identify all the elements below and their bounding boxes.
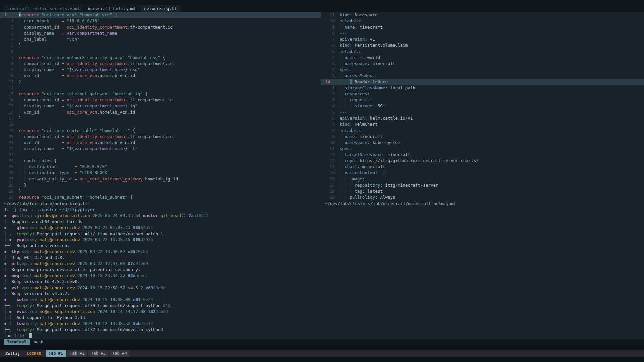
zellij-tab[interactable]: Tab #3 [88,350,108,357]
buffer-tab[interactable]: minecraft-helm.yaml [85,5,139,12]
code-line: 15│ valuesContent: |- [321,170,644,176]
terminal-prompt-line[interactable]: log file: [4,333,644,339]
line-number: 3 [321,61,340,67]
log-line: │ Drop EOL 3.7 and 3.8. [4,255,644,261]
terminal-tab-bar: Terminal bash [0,339,644,345]
code-line: 7apiVersion: v1 [321,36,644,42]
line-number: 10 [321,18,340,24]
log-line: ◆ vvlsvpxp matt@einhorn.dev 2024-10-15 2… [4,285,644,291]
code-line: 7kind: HelmChart [321,121,644,127]
code-line: 6 [0,49,321,55]
code-line: 21│ vcn_id = oci_core_vcn.homelab_vcn.id [0,140,321,146]
code-line: 14│ chart: minecraft [321,164,644,170]
log-line: ├─╮ (empty) Merge pull request #177 from… [4,231,644,237]
code-line: 15│ display_name = "${var.compartment_na… [0,103,321,109]
code-line: 18 [0,121,321,127]
code-line: 12 [0,85,321,91]
code-line: 19│ │ pullPolicy: Always [321,194,644,200]
line-number: 29 [0,188,19,194]
line-number: 9 [0,67,19,73]
line-number: 3 [0,30,19,36]
log-line: ├─╮ (empty) Merge pull request #170 from… [4,303,644,309]
line-number: 22 [0,146,19,152]
zellij-session: minecraft-restic-secrets.yamlminecraft-h… [0,0,644,362]
log-line: │ │ Add support for Python 3.13 [4,315,644,321]
code-line: 2│ resources: [321,91,644,97]
log-line: ├─╮ (empty) Merge pull request #172 from… [4,327,644,333]
line-number: 14 [321,164,340,170]
code-line: 6apiVersion: helm.cattle.io/v1 [321,115,644,121]
log-line: ├─╯ Bump actions version. [4,243,644,249]
line-number: 6 [321,115,340,121]
line-number: 5 [321,109,340,115]
code-line: 9│ name: minecraft [321,24,644,30]
zellij-tab[interactable]: Tab #2 [67,350,87,357]
terraform-editor-pane[interactable]: 1resource "oci_core_vcn" "homelab_vcn" {… [0,12,321,207]
line-number: 7 [321,36,340,42]
yaml-editor-pane[interactable]: 11kind: Namespace10metadata:9│ name: min… [321,12,644,207]
line-number: 15 [321,170,340,176]
log-line: ◆ qtnorkxn matt@einhorn.dev 2025-03-23 0… [4,225,644,231]
code-line: 10│ namespace: kube-system [321,140,644,146]
terminal-title: 1: jj log -r ::master ~/d/ffpyplayer [4,207,644,213]
code-line: 5} [0,42,321,48]
code-line: 14│ compartment_id = oci_identity_compar… [0,97,321,103]
code-line: 13│ repo: https://itzg.github.io/minecra… [321,158,644,164]
buffer-tab[interactable]: minecraft-restic-secrets.yaml [3,5,83,12]
code-line: 4│ dns_label = "vcn" [0,36,321,42]
line-number: 8 [321,127,340,134]
buffer-tabs: minecraft-restic-secrets.yamlminecraft-h… [3,5,180,12]
line-number: 4 [0,36,19,42]
line-number: 27 [0,176,19,182]
log-line: │ Bump version to 4.5.3.dev0. [4,279,644,285]
code-line: 7resource "oci_core_network_security_gro… [0,55,321,61]
line-number: 2 [0,24,19,30]
statusline-left: ~/dev/lab/terraform/networking.tf [0,201,321,207]
line-number: 5 [0,42,19,48]
zellij-tabs: Tab #1Tab #2Tab #3Tab #4 [46,350,130,357]
line-number: 3 [321,97,340,103]
line-number: 2 [321,67,340,73]
line-number: 14 [0,97,19,103]
code-line: 12│ targetNamespace: minecraft [321,152,644,158]
line-number: 4 [321,103,340,109]
code-line: 1│ storageClassName: local-path [321,85,644,91]
code-line: 28│ } [0,182,321,188]
line-number: 10 [0,73,19,79]
zellij-status-bar: Zellij LOCKED Tab #1Tab #2Tab #3Tab #4 [0,350,644,357]
statusline-right: ~/dev/lab/clusters/lab/minecraft/minecra… [321,201,644,207]
code-line: 25│ │ destination = "0.0.0.0/0" [0,164,321,170]
line-number: 17 [0,115,19,121]
line-number: 1 [0,18,19,24]
buffer-tab[interactable]: networking.tf [141,5,180,12]
code-line: 10metadata: [321,18,644,24]
log-line: │ Bump version to v4.5.2. [4,291,644,297]
code-line: 17} [0,115,321,121]
log-line: ◆ xolmnzvw matt@einhorn.dev 2024-10-15 1… [4,297,644,303]
zellij-tab[interactable]: Tab #4 [110,350,130,357]
zellij-logo: Zellij [3,351,22,356]
code-line: 3│ display_name = var.compartment_name [0,30,321,36]
line-number: 20 [0,134,19,140]
line-number: 19 [321,194,340,200]
cursor-line: 14│ │ - ReadWriteOnce [321,79,644,85]
code-line: 24│ route_rules { [0,158,321,164]
log-line: │ ◆ vvxxlrnu me@mirkogalimberti.com 2024… [4,309,644,315]
terminal-tab-shell[interactable]: bash [34,340,43,344]
zellij-mode-indicator: LOCKED [24,351,43,356]
code-line: 17│ │ │ repository: itzg/minecraft-serve… [321,182,644,188]
line-number: 24 [0,158,19,164]
line-number: 13 [0,91,19,97]
terraform-code-area: 1resource "oci_core_vcn" "homelab_vcn" {… [0,12,321,201]
line-number: 1 [0,12,19,18]
log-line: ◆ mwqlswql matt@einhorn.dev 2024-10-15 2… [4,273,644,279]
code-line: 18│ │ │ tag: latest [321,188,644,194]
line-number: 9 [321,24,340,30]
log-line: │ Begin new primary device after potenti… [4,267,644,273]
code-line: 3│ namespace: minecraft [321,61,644,67]
terminal-pane[interactable]: 1: jj log -r ::master ~/d/ffpyplayer◆ qm… [0,207,644,339]
terminal-tab-active[interactable]: Terminal [4,339,30,345]
code-line: 11} [0,79,321,85]
zellij-tab[interactable]: Tab #1 [46,350,66,357]
line-number: 11 [0,79,19,85]
